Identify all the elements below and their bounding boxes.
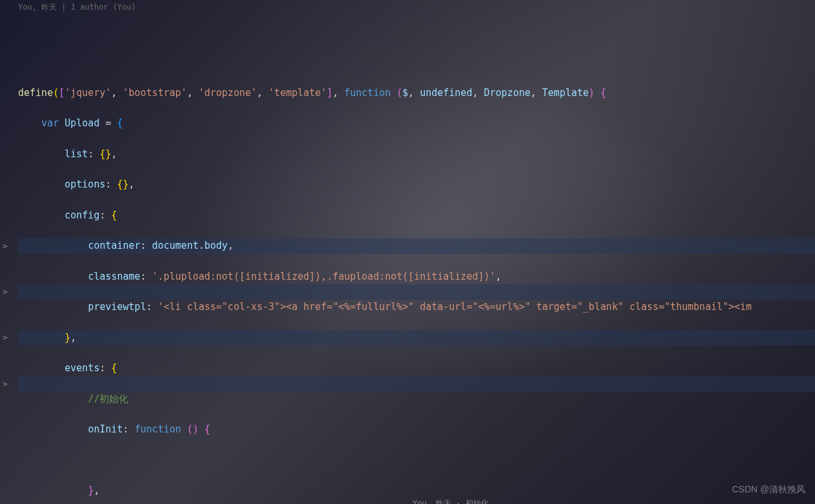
gutter: >>>>: [0, 0, 13, 504]
code-line[interactable]: config: {: [18, 208, 815, 224]
code-line[interactable]: },: [18, 331, 815, 346]
code-editor[interactable]: define(['jquery', 'bootstrap', 'dropzone…: [18, 9, 815, 504]
fold-marker[interactable]: >: [3, 376, 8, 392]
code-line[interactable]: //初始化: [18, 392, 815, 407]
code-line[interactable]: onInit: function () {: [18, 422, 815, 438]
fold-marker[interactable]: >: [3, 284, 8, 300]
code-line[interactable]: events: {: [18, 361, 815, 376]
code-line[interactable]: previewtpl: '<li class="col-xs-3"><a hre…: [18, 300, 815, 315]
code-line[interactable]: options: {},: [18, 177, 815, 193]
code-line[interactable]: classname: '.plupload:not([initialized])…: [18, 269, 815, 285]
code-line[interactable]: define(['jquery', 'bootstrap', 'dropzone…: [18, 86, 815, 101]
code-line[interactable]: list: {},: [18, 147, 815, 162]
code-line[interactable]: var Upload = {: [18, 116, 815, 131]
code-line[interactable]: },: [18, 483, 815, 499]
code-line[interactable]: [18, 453, 815, 469]
fold-marker[interactable]: >: [3, 238, 8, 254]
code-line[interactable]: container: document.body,: [18, 238, 815, 254]
fold-marker[interactable]: >: [3, 330, 8, 345]
